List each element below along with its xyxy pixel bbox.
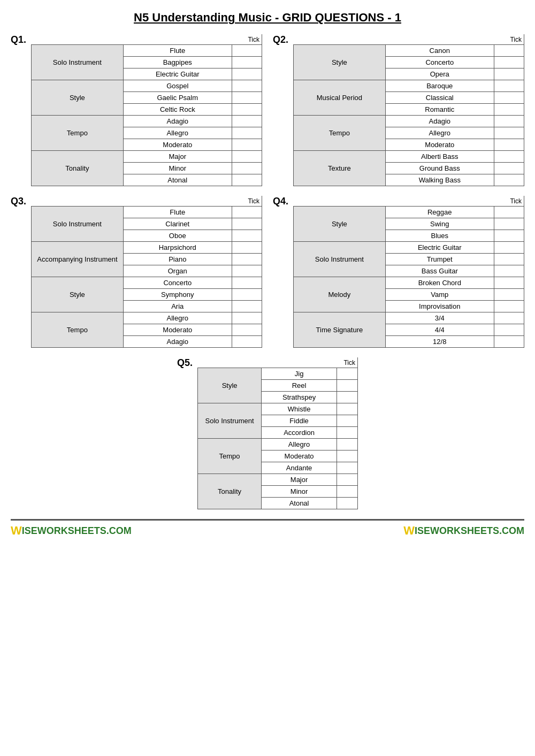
category-cell: Solo Instrument <box>32 45 124 80</box>
footer-left-text: ISEWORKSHEETS.COM <box>22 525 132 537</box>
q3-block: Q3. Tick Solo Instrument Flute Clarinet … <box>11 196 262 348</box>
table-row: Tempo Adagio <box>294 116 524 127</box>
category-cell: Melody <box>294 277 386 312</box>
category-cell: Musical Period <box>294 80 386 116</box>
footer-right: W ISEWORKSHEETS.COM <box>403 524 524 538</box>
q1-table: Tick Solo Instrument Flute Bagpipes Elec… <box>31 34 262 186</box>
footer-right-text: ISEWORKSHEETS.COM <box>415 525 524 537</box>
category-cell: Style <box>32 277 124 312</box>
q2-table: Tick Style Canon Concerto Opera Musical … <box>293 34 524 186</box>
category-cell: Style <box>198 368 262 403</box>
table-row: Time Signature 3/4 <box>294 312 524 324</box>
category-cell: Tempo <box>294 116 386 151</box>
table-row: Solo Instrument Flute <box>32 207 262 218</box>
q5-table: Tick Style Jig Reel Strathspey Solo Inst… <box>197 357 358 509</box>
table-row: Tempo Adagio <box>32 116 262 127</box>
table-row: Solo Instrument Flute <box>32 45 262 57</box>
q5-wrapper: Q5. Tick Style Jig Reel Strathspey <box>11 357 524 509</box>
q1-block: Q1. Tick Solo Instrument Flute Bagpipes … <box>11 34 262 186</box>
q4-block: Q4. Tick Style Reggae Swing Blues <box>273 196 524 348</box>
questions-grid: Q1. Tick Solo Instrument Flute Bagpipes … <box>11 34 524 348</box>
footer-right-w: W <box>403 524 415 538</box>
q2-label: Q2. <box>273 34 290 45</box>
q2-tick-header: Tick <box>510 36 522 43</box>
category-cell: Solo Instrument <box>294 242 386 277</box>
table-row: Tempo Allegro <box>198 439 358 450</box>
table-row: Style Gospel <box>32 80 262 92</box>
q5-block: Q5. Tick Style Jig Reel Strathspey <box>177 357 358 509</box>
q1-label: Q1. <box>11 34 28 45</box>
answer-cell: Flute <box>123 45 232 57</box>
category-cell: Style <box>294 45 386 80</box>
footer-left: W ISEWORKSHEETS.COM <box>11 524 132 538</box>
category-cell: Tempo <box>32 116 124 151</box>
table-row: Texture Alberti Bass <box>294 151 524 163</box>
category-cell: Style <box>32 80 124 116</box>
q4-label: Q4. <box>273 196 290 207</box>
table-row: Style Reggae <box>294 207 524 218</box>
table-row: Style Canon <box>294 45 524 57</box>
category-cell: Texture <box>294 151 386 186</box>
table-row: Melody Broken Chord <box>294 277 524 289</box>
footer-left-w: W <box>11 524 22 538</box>
table-row: Style Jig <box>198 368 358 380</box>
table-row: Solo Instrument Whistle <box>198 403 358 415</box>
category-cell: Tempo <box>32 312 124 348</box>
table-row: Tonality Major <box>32 151 262 163</box>
category-cell: Solo Instrument <box>32 207 124 242</box>
q1-tick-header: Tick <box>248 36 259 43</box>
table-row: Accompanying Instrument Harpsichord <box>32 242 262 254</box>
table-row: Tempo Allegro <box>32 312 262 324</box>
q5-label: Q5. <box>177 357 194 369</box>
category-cell: Tonality <box>198 474 262 509</box>
q3-table: Tick Solo Instrument Flute Clarinet Oboe… <box>31 196 262 348</box>
category-cell: Style <box>294 207 386 242</box>
q5-tick-header: Tick <box>343 359 355 366</box>
footer: W ISEWORKSHEETS.COM W ISEWORKSHEETS.COM <box>11 519 524 538</box>
category-cell: Solo Instrument <box>198 403 262 439</box>
q4-table: Tick Style Reggae Swing Blues Solo Instr… <box>293 196 524 348</box>
tick-cell <box>232 45 262 57</box>
q2-block: Q2. Tick Style Canon Concerto Opera <box>273 34 524 186</box>
table-row: Solo Instrument Electric Guitar <box>294 242 524 254</box>
table-row: Tonality Major <box>198 474 358 486</box>
table-row: Style Concerto <box>32 277 262 289</box>
q3-tick-header: Tick <box>248 197 259 205</box>
category-cell: Accompanying Instrument <box>32 242 124 277</box>
table-row: Musical Period Baroque <box>294 80 524 92</box>
page-title: N5 Understanding Music - GRID QUESTIONS … <box>11 11 524 25</box>
q4-tick-header: Tick <box>510 197 522 205</box>
q3-label: Q3. <box>11 196 28 207</box>
category-cell: Time Signature <box>294 312 386 348</box>
category-cell: Tempo <box>198 439 262 474</box>
category-cell: Tonality <box>32 151 124 186</box>
